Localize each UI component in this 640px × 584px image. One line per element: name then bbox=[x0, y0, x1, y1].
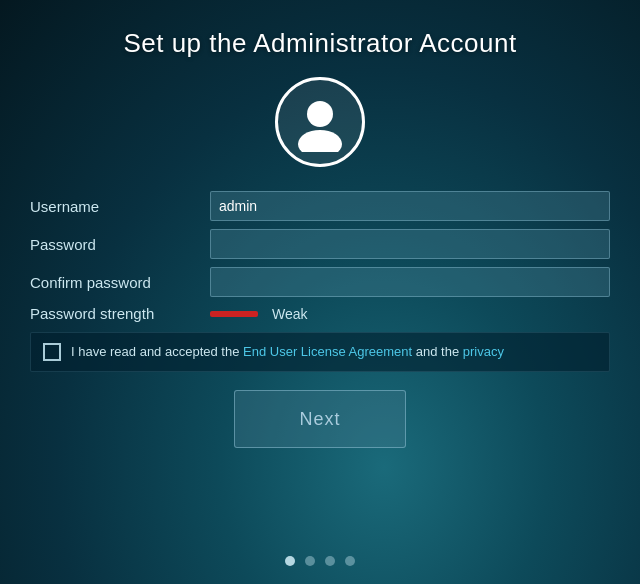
pagination-dot-1 bbox=[285, 556, 295, 566]
user-avatar-icon bbox=[290, 92, 350, 152]
eula-link[interactable]: End User License Agreement bbox=[243, 344, 412, 359]
password-label: Password bbox=[30, 236, 210, 253]
pagination-dot-4 bbox=[345, 556, 355, 566]
svg-point-0 bbox=[307, 101, 333, 127]
strength-text: Weak bbox=[272, 306, 308, 322]
password-strength-label: Password strength bbox=[30, 305, 210, 322]
strength-bar-area: Weak bbox=[210, 306, 308, 322]
pagination-dot-3 bbox=[325, 556, 335, 566]
username-input[interactable] bbox=[210, 191, 610, 221]
pagination-dot-2 bbox=[305, 556, 315, 566]
next-button[interactable]: Next bbox=[234, 390, 406, 448]
username-label: Username bbox=[30, 198, 210, 215]
form-area: Username Password Confirm password Passw… bbox=[0, 191, 640, 332]
username-row: Username bbox=[30, 191, 610, 221]
password-row: Password bbox=[30, 229, 610, 259]
confirm-password-label: Confirm password bbox=[30, 274, 210, 291]
privacy-link[interactable]: privacy bbox=[463, 344, 504, 359]
page-title: Set up the Administrator Account bbox=[123, 28, 516, 59]
avatar bbox=[275, 77, 365, 167]
password-input[interactable] bbox=[210, 229, 610, 259]
eula-text: I have read and accepted the End User Li… bbox=[71, 343, 504, 361]
pagination-dots bbox=[285, 556, 355, 566]
eula-row: I have read and accepted the End User Li… bbox=[30, 332, 610, 372]
confirm-password-input[interactable] bbox=[210, 267, 610, 297]
password-strength-row: Password strength Weak bbox=[30, 305, 610, 322]
confirm-password-row: Confirm password bbox=[30, 267, 610, 297]
strength-bar bbox=[210, 311, 258, 317]
svg-point-1 bbox=[298, 130, 342, 152]
eula-checkbox[interactable] bbox=[43, 343, 61, 361]
